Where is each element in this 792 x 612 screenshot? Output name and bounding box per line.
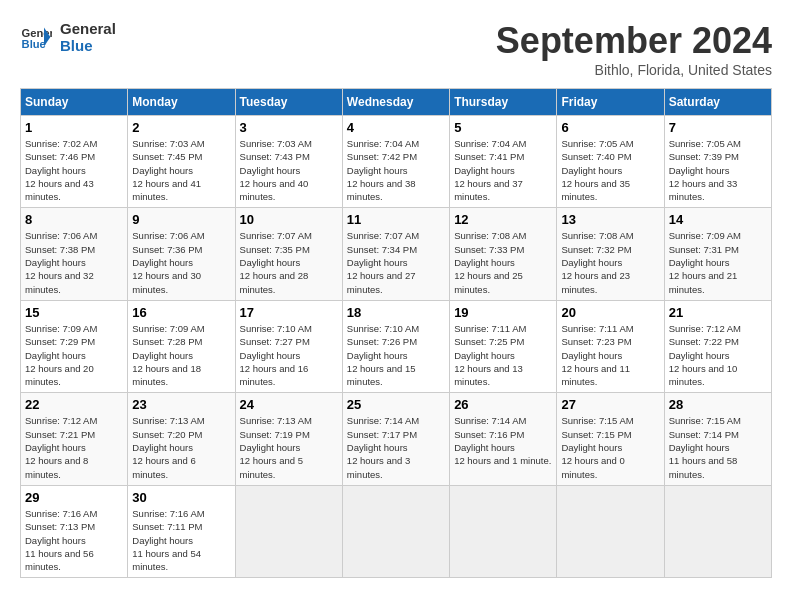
location: Bithlo, Florida, United States xyxy=(496,62,772,78)
calendar-day-cell: 20 Sunrise: 7:11 AM Sunset: 7:23 PM Dayl… xyxy=(557,300,664,392)
calendar-day-cell: 21 Sunrise: 7:12 AM Sunset: 7:22 PM Dayl… xyxy=(664,300,771,392)
day-info: Sunrise: 7:09 AM Sunset: 7:29 PM Dayligh… xyxy=(25,322,123,388)
day-number: 1 xyxy=(25,120,123,135)
day-number: 29 xyxy=(25,490,123,505)
day-info: Sunrise: 7:16 AM Sunset: 7:13 PM Dayligh… xyxy=(25,507,123,573)
day-info: Sunrise: 7:08 AM Sunset: 7:32 PM Dayligh… xyxy=(561,229,659,295)
calendar-week-row: 15 Sunrise: 7:09 AM Sunset: 7:29 PM Dayl… xyxy=(21,300,772,392)
calendar-day-cell: 19 Sunrise: 7:11 AM Sunset: 7:25 PM Dayl… xyxy=(450,300,557,392)
weekday-header-saturday: Saturday xyxy=(664,89,771,116)
calendar-day-cell: 5 Sunrise: 7:04 AM Sunset: 7:41 PM Dayli… xyxy=(450,116,557,208)
calendar-day-cell: 3 Sunrise: 7:03 AM Sunset: 7:43 PM Dayli… xyxy=(235,116,342,208)
weekday-header-sunday: Sunday xyxy=(21,89,128,116)
calendar-day-cell: 24 Sunrise: 7:13 AM Sunset: 7:19 PM Dayl… xyxy=(235,393,342,485)
day-info: Sunrise: 7:06 AM Sunset: 7:38 PM Dayligh… xyxy=(25,229,123,295)
calendar-day-cell: 9 Sunrise: 7:06 AM Sunset: 7:36 PM Dayli… xyxy=(128,208,235,300)
day-number: 24 xyxy=(240,397,338,412)
calendar-day-cell: 18 Sunrise: 7:10 AM Sunset: 7:26 PM Dayl… xyxy=(342,300,449,392)
day-info: Sunrise: 7:10 AM Sunset: 7:26 PM Dayligh… xyxy=(347,322,445,388)
calendar-day-cell xyxy=(557,485,664,577)
day-info: Sunrise: 7:14 AM Sunset: 7:16 PM Dayligh… xyxy=(454,414,552,467)
calendar-day-cell: 14 Sunrise: 7:09 AM Sunset: 7:31 PM Dayl… xyxy=(664,208,771,300)
day-number: 12 xyxy=(454,212,552,227)
day-info: Sunrise: 7:11 AM Sunset: 7:23 PM Dayligh… xyxy=(561,322,659,388)
day-number: 15 xyxy=(25,305,123,320)
day-number: 26 xyxy=(454,397,552,412)
day-info: Sunrise: 7:07 AM Sunset: 7:34 PM Dayligh… xyxy=(347,229,445,295)
calendar-day-cell: 22 Sunrise: 7:12 AM Sunset: 7:21 PM Dayl… xyxy=(21,393,128,485)
day-info: Sunrise: 7:04 AM Sunset: 7:41 PM Dayligh… xyxy=(454,137,552,203)
calendar-day-cell: 26 Sunrise: 7:14 AM Sunset: 7:16 PM Dayl… xyxy=(450,393,557,485)
calendar-header-row: SundayMondayTuesdayWednesdayThursdayFrid… xyxy=(21,89,772,116)
weekday-header-wednesday: Wednesday xyxy=(342,89,449,116)
calendar-day-cell: 28 Sunrise: 7:15 AM Sunset: 7:14 PM Dayl… xyxy=(664,393,771,485)
month-title: September 2024 xyxy=(496,20,772,62)
logo: General Blue General Blue xyxy=(20,20,116,54)
day-number: 20 xyxy=(561,305,659,320)
calendar-day-cell: 17 Sunrise: 7:10 AM Sunset: 7:27 PM Dayl… xyxy=(235,300,342,392)
calendar-day-cell: 7 Sunrise: 7:05 AM Sunset: 7:39 PM Dayli… xyxy=(664,116,771,208)
calendar-day-cell: 6 Sunrise: 7:05 AM Sunset: 7:40 PM Dayli… xyxy=(557,116,664,208)
calendar-day-cell: 16 Sunrise: 7:09 AM Sunset: 7:28 PM Dayl… xyxy=(128,300,235,392)
logo-icon: General Blue xyxy=(20,21,52,53)
day-number: 5 xyxy=(454,120,552,135)
day-info: Sunrise: 7:02 AM Sunset: 7:46 PM Dayligh… xyxy=(25,137,123,203)
day-number: 18 xyxy=(347,305,445,320)
calendar-day-cell: 10 Sunrise: 7:07 AM Sunset: 7:35 PM Dayl… xyxy=(235,208,342,300)
calendar-day-cell xyxy=(664,485,771,577)
logo-blue: Blue xyxy=(60,37,116,54)
svg-text:Blue: Blue xyxy=(22,38,46,50)
calendar-day-cell: 2 Sunrise: 7:03 AM Sunset: 7:45 PM Dayli… xyxy=(128,116,235,208)
calendar-day-cell: 30 Sunrise: 7:16 AM Sunset: 7:11 PM Dayl… xyxy=(128,485,235,577)
weekday-header-tuesday: Tuesday xyxy=(235,89,342,116)
calendar-week-row: 22 Sunrise: 7:12 AM Sunset: 7:21 PM Dayl… xyxy=(21,393,772,485)
header: General Blue General Blue September 2024… xyxy=(20,20,772,78)
day-info: Sunrise: 7:11 AM Sunset: 7:25 PM Dayligh… xyxy=(454,322,552,388)
day-number: 11 xyxy=(347,212,445,227)
calendar-day-cell xyxy=(342,485,449,577)
day-number: 4 xyxy=(347,120,445,135)
day-info: Sunrise: 7:12 AM Sunset: 7:21 PM Dayligh… xyxy=(25,414,123,480)
day-info: Sunrise: 7:13 AM Sunset: 7:19 PM Dayligh… xyxy=(240,414,338,480)
calendar-week-row: 1 Sunrise: 7:02 AM Sunset: 7:46 PM Dayli… xyxy=(21,116,772,208)
calendar-day-cell: 13 Sunrise: 7:08 AM Sunset: 7:32 PM Dayl… xyxy=(557,208,664,300)
calendar-day-cell: 12 Sunrise: 7:08 AM Sunset: 7:33 PM Dayl… xyxy=(450,208,557,300)
title-area: September 2024 Bithlo, Florida, United S… xyxy=(496,20,772,78)
day-number: 23 xyxy=(132,397,230,412)
calendar-day-cell xyxy=(450,485,557,577)
day-info: Sunrise: 7:04 AM Sunset: 7:42 PM Dayligh… xyxy=(347,137,445,203)
day-info: Sunrise: 7:09 AM Sunset: 7:28 PM Dayligh… xyxy=(132,322,230,388)
day-info: Sunrise: 7:12 AM Sunset: 7:22 PM Dayligh… xyxy=(669,322,767,388)
calendar-week-row: 8 Sunrise: 7:06 AM Sunset: 7:38 PM Dayli… xyxy=(21,208,772,300)
calendar-table: SundayMondayTuesdayWednesdayThursdayFrid… xyxy=(20,88,772,578)
calendar-day-cell: 27 Sunrise: 7:15 AM Sunset: 7:15 PM Dayl… xyxy=(557,393,664,485)
calendar-day-cell: 15 Sunrise: 7:09 AM Sunset: 7:29 PM Dayl… xyxy=(21,300,128,392)
day-number: 21 xyxy=(669,305,767,320)
day-number: 2 xyxy=(132,120,230,135)
day-number: 10 xyxy=(240,212,338,227)
day-number: 27 xyxy=(561,397,659,412)
weekday-header-thursday: Thursday xyxy=(450,89,557,116)
day-info: Sunrise: 7:08 AM Sunset: 7:33 PM Dayligh… xyxy=(454,229,552,295)
day-number: 30 xyxy=(132,490,230,505)
calendar-week-row: 29 Sunrise: 7:16 AM Sunset: 7:13 PM Dayl… xyxy=(21,485,772,577)
day-number: 13 xyxy=(561,212,659,227)
day-number: 7 xyxy=(669,120,767,135)
day-number: 8 xyxy=(25,212,123,227)
day-number: 3 xyxy=(240,120,338,135)
calendar-day-cell: 25 Sunrise: 7:14 AM Sunset: 7:17 PM Dayl… xyxy=(342,393,449,485)
day-number: 28 xyxy=(669,397,767,412)
day-info: Sunrise: 7:05 AM Sunset: 7:39 PM Dayligh… xyxy=(669,137,767,203)
day-info: Sunrise: 7:06 AM Sunset: 7:36 PM Dayligh… xyxy=(132,229,230,295)
day-info: Sunrise: 7:03 AM Sunset: 7:45 PM Dayligh… xyxy=(132,137,230,203)
logo-general: General xyxy=(60,20,116,37)
calendar-day-cell: 1 Sunrise: 7:02 AM Sunset: 7:46 PM Dayli… xyxy=(21,116,128,208)
day-number: 22 xyxy=(25,397,123,412)
day-info: Sunrise: 7:14 AM Sunset: 7:17 PM Dayligh… xyxy=(347,414,445,480)
day-info: Sunrise: 7:15 AM Sunset: 7:14 PM Dayligh… xyxy=(669,414,767,480)
weekday-header-monday: Monday xyxy=(128,89,235,116)
day-info: Sunrise: 7:15 AM Sunset: 7:15 PM Dayligh… xyxy=(561,414,659,480)
calendar-day-cell: 23 Sunrise: 7:13 AM Sunset: 7:20 PM Dayl… xyxy=(128,393,235,485)
day-info: Sunrise: 7:03 AM Sunset: 7:43 PM Dayligh… xyxy=(240,137,338,203)
day-number: 14 xyxy=(669,212,767,227)
